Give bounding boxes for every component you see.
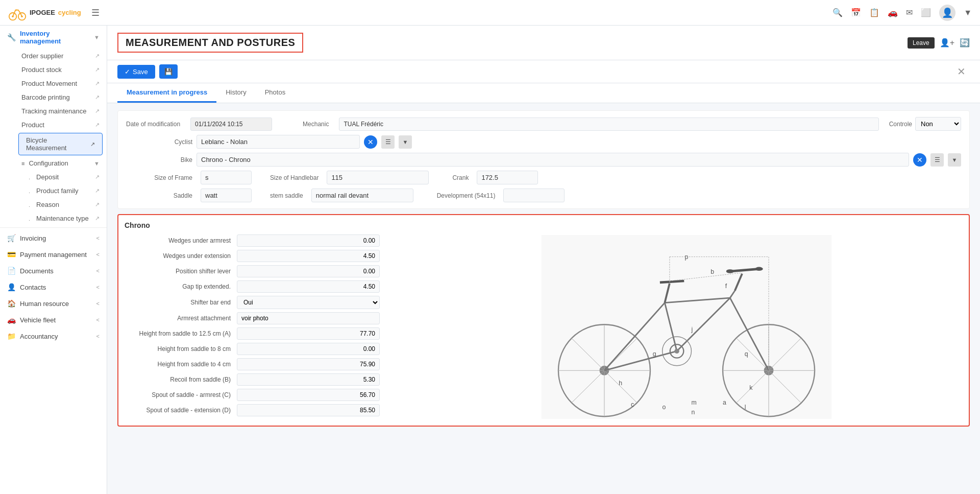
- chevron-left-icon: <: [96, 284, 100, 290]
- bike-list-button[interactable]: ☰: [930, 153, 944, 167]
- sidebar-item-human-resource[interactable]: 🏠 Human resource <: [0, 295, 107, 312]
- cyclist-list-button[interactable]: ☰: [381, 135, 395, 149]
- user-add-icon[interactable]: 👤+: [940, 38, 954, 48]
- form-row-bike: Bike ✕ ☰ ▼: [126, 153, 961, 167]
- sidebar-item-invoicing[interactable]: 🛒 Invoicing <: [0, 230, 107, 246]
- external-link-icon: ↗: [90, 141, 95, 148]
- svg-line-25: [660, 281, 684, 283]
- size-frame-label: Size of Frame: [126, 174, 192, 181]
- chevron-left-icon: <: [96, 268, 100, 274]
- chrono-row-1: Wedges under extension: [125, 250, 400, 262]
- sidebar-item-maintenance-type[interactable]: . Maintenance type ↗: [21, 211, 107, 225]
- svg-rect-4: [542, 235, 831, 419]
- bike-diagram: p b f g j q h k c n l m o: [538, 235, 835, 419]
- sidebar-item-payment-management[interactable]: 💳 Payment management <: [0, 246, 107, 263]
- contacts-icon: 👤: [7, 283, 16, 291]
- chevron-left-icon: <: [96, 235, 100, 241]
- svg-point-28: [726, 269, 734, 273]
- tabs: Measurement in progress History Photos: [107, 83, 980, 103]
- chrono-input-3[interactable]: [237, 280, 380, 293]
- stem-saddle-input[interactable]: [311, 189, 413, 202]
- chrono-input-2[interactable]: [237, 265, 380, 277]
- sidebar-item-product[interactable]: Product ↗: [14, 118, 107, 132]
- svg-text:o: o: [663, 404, 666, 411]
- chrono-input-7[interactable]: [237, 343, 380, 355]
- development-input[interactable]: [503, 189, 565, 202]
- svg-text:g: g: [653, 350, 656, 358]
- tab-measurement-in-progress[interactable]: Measurement in progress: [117, 83, 216, 103]
- car-icon[interactable]: 🚗: [888, 8, 898, 17]
- content-area: Date of modification Mechanic Controle N…: [107, 103, 980, 494]
- disk-icon: 💾: [164, 68, 173, 76]
- list-icon: ≡: [21, 160, 24, 167]
- saddle-label: Saddle: [126, 192, 192, 199]
- refresh-icon[interactable]: 🔄: [960, 38, 970, 48]
- close-button[interactable]: ✕: [953, 65, 970, 78]
- size-handlebar-input[interactable]: [327, 171, 429, 184]
- chrono-section: Chrono Wedges under armrest Wedges under…: [117, 214, 970, 427]
- tab-photos[interactable]: Photos: [256, 83, 295, 103]
- svg-point-2: [12, 15, 14, 17]
- sidebar-item-vehicle-fleet[interactable]: 🚗 Vehicle fleet <: [0, 312, 107, 328]
- sidebar-item-inventory-management[interactable]: 🔧 Inventory management ▼: [0, 26, 107, 49]
- sidebar-item-deposit[interactable]: . Deposit ↗: [21, 170, 107, 184]
- chrono-input-0[interactable]: [237, 234, 380, 247]
- chrono-label-9: Recoil from saddle (B): [125, 376, 237, 383]
- sidebar-item-accountancy[interactable]: 📁 Accountancy <: [0, 328, 107, 344]
- mechanic-input[interactable]: [339, 117, 878, 131]
- calendar2-icon[interactable]: 📋: [869, 8, 879, 17]
- sidebar-item-bicycle-measurement[interactable]: Bicycle Measurement ↗: [18, 133, 103, 155]
- chrono-row-11: Spout of saddle - extension (D): [125, 404, 400, 416]
- sidebar-item-product-stock[interactable]: Product stock ↗: [14, 63, 107, 77]
- cyclist-input[interactable]: [197, 135, 360, 149]
- sidebar-item-tracking-maintenance[interactable]: Tracking maintenance ↗: [14, 104, 107, 118]
- avatar[interactable]: 👤: [939, 5, 955, 21]
- layout: 🔧 Inventory management ▼ Order supplier …: [0, 26, 980, 494]
- chevron-down-icon: ▼: [94, 160, 100, 167]
- chevron-down-icon[interactable]: ▼: [964, 8, 972, 17]
- sidebar-item-product-family[interactable]: . Product family ↗: [21, 184, 107, 198]
- svg-point-31: [674, 349, 679, 354]
- logo-text-cycling: cycling: [58, 9, 81, 16]
- sidebar-item-documents[interactable]: 📄 Documents <: [0, 263, 107, 279]
- bike-input[interactable]: [197, 153, 909, 167]
- bike-dropdown-button[interactable]: ▼: [948, 153, 961, 167]
- search-icon[interactable]: 🔍: [832, 8, 843, 17]
- cyclist-add-button[interactable]: ✕: [364, 135, 377, 149]
- saddle-input[interactable]: [201, 189, 252, 202]
- hamburger-menu[interactable]: ☰: [91, 7, 100, 18]
- sidebar-item-configuration[interactable]: ≡ Configuration ▼: [14, 156, 107, 170]
- external-link-icon: ↗: [95, 80, 100, 87]
- tab-history[interactable]: History: [216, 83, 255, 103]
- sidebar-item-reason[interactable]: . Reason ↗: [21, 198, 107, 211]
- chrono-input-6[interactable]: [237, 327, 380, 340]
- calendar-icon[interactable]: 📅: [851, 8, 861, 17]
- mail-icon[interactable]: ✉: [906, 8, 913, 17]
- chrono-input-9[interactable]: [237, 373, 380, 386]
- save-button[interactable]: ✓ Save: [117, 65, 155, 79]
- sidebar-item-product-movement[interactable]: Product Movement ↗: [14, 77, 107, 90]
- size-frame-input[interactable]: [201, 171, 252, 184]
- chrono-input-11[interactable]: [237, 404, 380, 416]
- disk-button[interactable]: 💾: [159, 64, 178, 79]
- chrono-label-2: Position shifter lever: [125, 268, 237, 275]
- chrono-select-4[interactable]: Oui Non: [237, 296, 380, 309]
- sidebar-item-order-supplier[interactable]: Order supplier ↗: [14, 49, 107, 63]
- chrono-input-8[interactable]: [237, 358, 380, 370]
- chrono-label-11: Spout of saddle - extension (D): [125, 407, 237, 414]
- chrono-input-1[interactable]: [237, 250, 380, 262]
- date-input[interactable]: [190, 117, 272, 131]
- crank-input[interactable]: [477, 171, 538, 184]
- chrono-input-10[interactable]: [237, 389, 380, 401]
- chrono-label-10: Spout of saddle - armrest (C): [125, 391, 237, 398]
- sidebar-item-contacts[interactable]: 👤 Contacts <: [0, 279, 107, 295]
- controle-select[interactable]: Non Oui: [915, 117, 961, 131]
- development-label: Development (54x11): [437, 192, 496, 199]
- bike-add-button[interactable]: ✕: [913, 153, 926, 167]
- svg-point-3: [21, 15, 23, 17]
- chrono-text-5[interactable]: [237, 312, 380, 324]
- layout-icon[interactable]: ⬜: [921, 8, 931, 17]
- cyclist-dropdown-button[interactable]: ▼: [399, 135, 412, 149]
- chrono-label-5: Armrest attachment: [125, 315, 237, 322]
- sidebar-item-barcode-printing[interactable]: Barcode printing ↗: [14, 90, 107, 104]
